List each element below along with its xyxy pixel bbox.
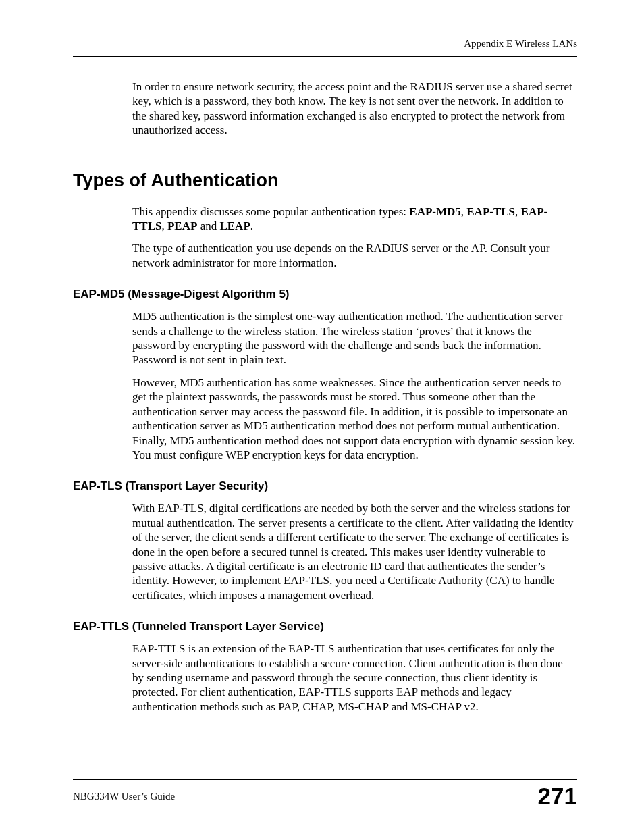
sub1-paragraph-1: MD5 authentication is the simplest one-w… — [132, 309, 577, 367]
sep: . — [250, 219, 253, 232]
subsection-title-eap-md5: EAP-MD5 (Message-Digest Algorithm 5) — [73, 288, 577, 301]
header-rule — [73, 56, 577, 57]
footer-guide-label: NBG334W User’s Guide — [73, 791, 175, 802]
subsection-title-eap-ttls: EAP-TTLS (Tunneled Transport Layer Servi… — [73, 620, 577, 633]
sep: and — [197, 219, 219, 232]
sep: , — [515, 205, 521, 218]
sub3-paragraph-1: EAP-TTLS is an extension of the EAP-TLS … — [132, 642, 577, 714]
intro-paragraph: In order to ensure network security, the… — [132, 80, 577, 138]
section-body: This appendix discusses some popular aut… — [132, 205, 577, 271]
footer-row: NBG334W User’s Guide 271 — [73, 783, 577, 810]
sub3-body: EAP-TTLS is an extension of the EAP-TLS … — [132, 642, 577, 714]
sep: , — [461, 205, 467, 218]
sub1-paragraph-2: However, MD5 authentication has some wea… — [132, 375, 577, 462]
bold-eap-md5: EAP-MD5 — [409, 205, 460, 218]
bold-eap-tls: EAP-TLS — [466, 205, 515, 218]
sep: , — [161, 219, 167, 232]
page-content: Appendix E Wireless LANs In order to ens… — [0, 0, 644, 714]
bold-peap: PEAP — [167, 219, 197, 232]
section-title-types-of-authentication: Types of Authentication — [73, 170, 577, 191]
sub2-body: With EAP-TLS, digital certifications are… — [132, 501, 577, 602]
section-paragraph-1: This appendix discusses some popular aut… — [132, 205, 577, 234]
bold-leap: LEAP — [219, 219, 250, 232]
footer-rule — [73, 779, 577, 780]
sub2-paragraph-1: With EAP-TLS, digital certifications are… — [132, 501, 577, 602]
footer-page-number: 271 — [538, 783, 577, 810]
subsection-title-eap-tls: EAP-TLS (Transport Layer Security) — [73, 479, 577, 493]
page-footer: NBG334W User’s Guide 271 — [73, 779, 577, 810]
sub1-body: MD5 authentication is the simplest one-w… — [132, 309, 577, 462]
header-appendix-label: Appendix E Wireless LANs — [73, 38, 577, 49]
section-paragraph-2: The type of authentication you use depen… — [132, 241, 577, 270]
intro-block: In order to ensure network security, the… — [132, 80, 577, 138]
para-text: This appendix discusses some popular aut… — [132, 205, 409, 218]
